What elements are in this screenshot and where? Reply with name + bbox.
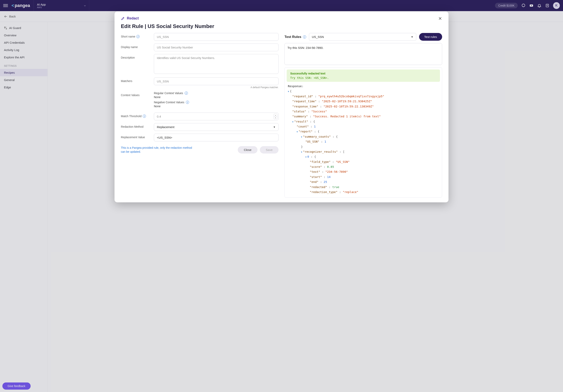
toggle-icon[interactable]: ▼ bbox=[288, 90, 289, 93]
edit-rule-modal: Redact Edit Rule | US Social Security Nu… bbox=[115, 12, 448, 202]
chevron-down-icon: ▼ bbox=[273, 126, 276, 128]
edit-icon bbox=[121, 16, 125, 20]
toggle-icon[interactable]: ▼ bbox=[301, 151, 302, 153]
redaction-method-select[interactable]: Replacement ▼ bbox=[154, 123, 279, 131]
info-icon[interactable]: i bbox=[143, 115, 146, 118]
label-context-values: Context Values bbox=[121, 94, 140, 97]
modal-title: Edit Rule | US Social Security Number bbox=[121, 23, 442, 29]
result-panel[interactable]: Successfully redacted text Try this SSN:… bbox=[284, 67, 442, 197]
close-button[interactable]: Close bbox=[238, 146, 257, 154]
close-icon[interactable] bbox=[438, 16, 442, 20]
threshold-stepper[interactable]: ▲▼ bbox=[274, 114, 277, 119]
select-value: US_SSN bbox=[312, 35, 324, 38]
toggle-icon[interactable]: ▼ bbox=[305, 156, 307, 158]
test-rules-heading: Test Rules bbox=[284, 35, 301, 39]
success-body: Try this SSN: <US_SSN>. bbox=[290, 76, 436, 79]
test-input-text: Try this SSN: 234-56-7890. bbox=[287, 46, 323, 49]
label-redaction-method: Redaction Method bbox=[121, 125, 143, 128]
label-negative-context: Negative Context Values bbox=[154, 101, 184, 104]
info-icon[interactable]: i bbox=[185, 92, 188, 95]
replacement-value-input[interactable] bbox=[154, 134, 279, 141]
threshold-input[interactable] bbox=[154, 113, 279, 120]
rule-note: This is a Pangea provided rule, only the… bbox=[121, 146, 192, 154]
modal-breadcrumb: Redact bbox=[121, 16, 139, 20]
test-rules-button[interactable]: Test rules bbox=[419, 33, 442, 41]
display-name-input[interactable] bbox=[154, 44, 279, 51]
toggle-icon[interactable]: ▼ bbox=[292, 121, 294, 123]
short-name-input[interactable] bbox=[154, 33, 279, 41]
response-json: Response: ▼{ "request_id" : "prq_eywth4u… bbox=[285, 84, 441, 195]
negative-context-value: None bbox=[154, 105, 279, 108]
select-value: Replacement bbox=[157, 125, 174, 129]
label-short-name: Short name bbox=[121, 35, 135, 38]
breadcrumb-text: Redact bbox=[127, 16, 139, 20]
label-description: Description bbox=[121, 56, 135, 59]
label-matchers: Matchers bbox=[121, 79, 132, 83]
form-column: Short namei Display name Description Ide… bbox=[121, 33, 279, 197]
success-banner: Successfully redacted text Try this SSN:… bbox=[287, 70, 440, 82]
info-icon[interactable]: i bbox=[303, 35, 306, 38]
response-label: Response: bbox=[288, 84, 439, 89]
toggle-icon[interactable]: ▼ bbox=[297, 131, 298, 133]
matchers-helper: A default Pangea matcher. bbox=[154, 86, 279, 89]
modal-backdrop: Redact Edit Rule | US Social Security Nu… bbox=[0, 0, 563, 392]
success-title: Successfully redacted text bbox=[290, 72, 436, 75]
label-regular-context: Regular Context Values bbox=[154, 92, 183, 95]
label-replacement-value: Replacement Value bbox=[121, 136, 145, 139]
save-button: Save bbox=[260, 146, 279, 154]
chevron-down-icon: ▼ bbox=[411, 36, 413, 38]
info-icon[interactable]: i bbox=[186, 101, 189, 104]
toggle-icon[interactable]: ▼ bbox=[301, 136, 302, 138]
label-threshold: Match Threshold bbox=[121, 115, 141, 118]
matchers-input[interactable] bbox=[154, 77, 279, 85]
info-icon[interactable]: i bbox=[136, 35, 140, 38]
test-column: Test Rulesi US_SSN ▼ Test rules Try this… bbox=[284, 33, 442, 197]
test-rule-select[interactable]: US_SSN ▼ bbox=[309, 33, 416, 41]
label-display-name: Display name bbox=[121, 46, 138, 49]
description-input[interactable]: Identifies valid US Social Security Numb… bbox=[154, 54, 279, 74]
regular-context-value: None bbox=[154, 96, 279, 99]
test-input[interactable]: Try this SSN: 234-56-7890. bbox=[284, 43, 442, 65]
